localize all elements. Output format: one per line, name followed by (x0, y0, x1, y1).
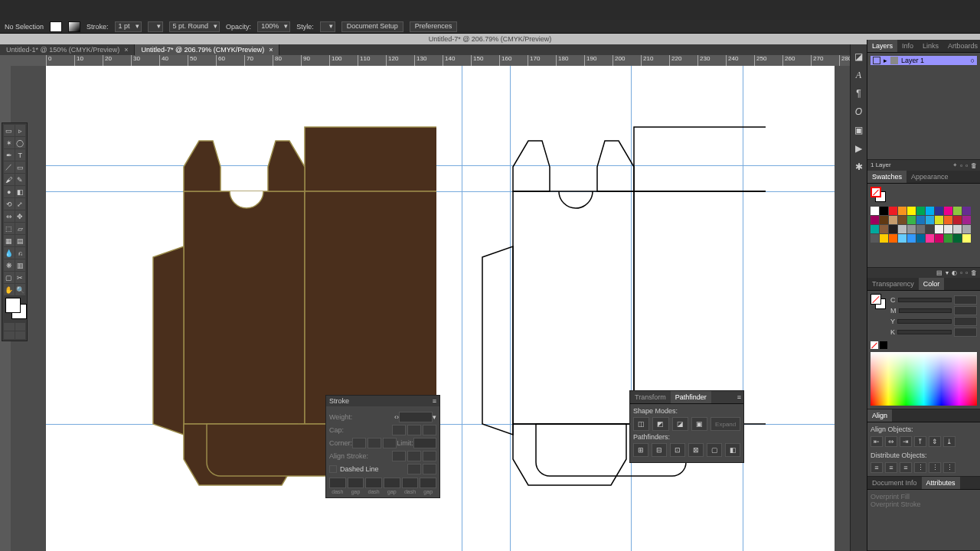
cap-square[interactable] (423, 425, 436, 435)
fill-swatch[interactable] (50, 21, 62, 32)
fill-stroke-swatch[interactable] (4, 296, 25, 322)
close-icon[interactable]: × (124, 46, 128, 54)
outline-icon[interactable]: ▢ (707, 443, 722, 457)
color-swatch[interactable] (916, 234, 925, 243)
color-swatch[interactable] (889, 234, 897, 243)
locate-icon[interactable]: ⌖ (953, 161, 957, 169)
gap-1[interactable] (348, 478, 364, 488)
align-center[interactable] (392, 451, 406, 461)
color-swatch[interactable] (926, 234, 934, 243)
overprint-fill-option[interactable]: Overprint Fill (871, 493, 977, 500)
color-swatch[interactable] (871, 234, 879, 243)
document-tab[interactable]: Untitled-1* @ 150% (CMYK/Preview)× (0, 44, 135, 55)
color-swatch[interactable] (962, 234, 971, 243)
color-swatch[interactable] (907, 207, 916, 215)
color-swatch[interactable] (871, 225, 879, 233)
dropdown-icon[interactable]: ▾ (433, 413, 436, 421)
color-swatch[interactable] (880, 216, 888, 224)
fill-stroke-mini[interactable] (871, 294, 887, 311)
color-swatch[interactable] (898, 225, 906, 233)
color-swatch[interactable] (916, 225, 925, 233)
merge-icon[interactable]: ⊡ (670, 443, 685, 457)
tab-layers[interactable]: Layers (867, 40, 897, 52)
hand-tool[interactable]: ✋ (4, 284, 15, 295)
width-tool[interactable]: ⇔ (4, 210, 15, 222)
tab-artboards[interactable]: Artboards (943, 40, 980, 52)
overprint-stroke-option[interactable]: Overprint Stroke (871, 500, 977, 508)
perspective-tool[interactable]: ▱ (15, 223, 26, 234)
screen-mode-2[interactable] (15, 331, 26, 339)
minus-back-icon[interactable]: ◧ (725, 443, 740, 457)
dist-bottom-icon[interactable]: ≡ (900, 462, 912, 473)
brush-tool[interactable]: 🖌 (4, 174, 15, 185)
minus-front-icon[interactable]: ◩ (652, 417, 668, 431)
tab-links[interactable]: Links (918, 40, 943, 52)
dist-left-icon[interactable]: ⋮ (914, 462, 926, 473)
color-swatch[interactable] (898, 207, 906, 215)
dash-align[interactable] (423, 464, 436, 474)
pen-tool[interactable]: ✒ (4, 149, 15, 161)
stroke-weight-dropdown[interactable]: 1 pt (115, 21, 142, 32)
tab-align[interactable]: Align (867, 409, 892, 422)
brush-dropdown[interactable]: 5 pt. Round (169, 21, 220, 32)
document-setup-button[interactable]: Document Setup (341, 21, 403, 32)
color-swatch[interactable] (944, 234, 952, 243)
color-mode[interactable] (4, 323, 15, 331)
color-swatch[interactable] (962, 216, 971, 224)
color-swatch[interactable] (935, 207, 943, 215)
color-swatch[interactable] (889, 207, 897, 215)
color-swatch[interactable] (953, 216, 962, 224)
visibility-icon[interactable] (873, 57, 880, 64)
align-right-icon[interactable]: ⇥ (900, 436, 912, 447)
transform-panel-icon[interactable]: ▣ (853, 124, 865, 136)
free-transform-tool[interactable]: ✥ (15, 210, 26, 222)
color-swatch[interactable] (944, 216, 952, 224)
color-swatch[interactable] (926, 216, 934, 224)
tab-transparency[interactable]: Transparency (867, 278, 919, 290)
color-swatch[interactable] (907, 216, 916, 224)
weight-input[interactable] (399, 412, 433, 422)
pencil-tool[interactable]: ✎ (15, 174, 26, 185)
color-swatch[interactable] (935, 225, 943, 233)
shape-builder-tool[interactable]: ⬚ (4, 223, 15, 234)
corner-miter[interactable] (352, 438, 366, 448)
color-swatch[interactable] (871, 207, 879, 215)
align-inside[interactable] (407, 451, 421, 461)
magic-wand-tool[interactable]: ✶ (4, 137, 15, 148)
color-swatch[interactable] (871, 216, 879, 224)
style-dropdown[interactable] (320, 21, 335, 32)
align-hcenter-icon[interactable]: ⇔ (885, 436, 897, 447)
align-left-icon[interactable]: ⇤ (871, 436, 883, 447)
delete-icon[interactable]: 🗑 (971, 269, 977, 276)
color-swatch[interactable] (898, 234, 906, 243)
document-tab[interactable]: Untitled-7* @ 206.79% (CMYK/Preview)× (135, 44, 279, 55)
pathfinder-panel[interactable]: Transform Pathfinder ≡ Shape Modes: ◫ ◩ … (629, 390, 744, 463)
panel-menu-icon[interactable]: ≡ (433, 397, 436, 405)
color-swatch[interactable] (916, 207, 925, 215)
screen-mode[interactable] (4, 331, 15, 339)
tab-document-info[interactable]: Document Info (867, 477, 922, 489)
slice-tool[interactable]: ✂ (15, 272, 26, 283)
align-bottom-icon[interactable]: ⤓ (943, 436, 956, 447)
new-swatch-icon[interactable]: ▫ (965, 269, 968, 276)
y-input[interactable] (954, 317, 977, 326)
color-swatch[interactable] (953, 207, 962, 215)
new-sublayer-icon[interactable]: ▫ (960, 162, 962, 169)
dist-hcenter-icon[interactable]: ⋮ (929, 462, 941, 473)
dash-preserve[interactable] (407, 464, 421, 474)
symbol-sprayer-tool[interactable]: ❋ (4, 259, 15, 271)
opentype-panel-icon[interactable]: O (853, 106, 865, 118)
gap-2[interactable] (384, 478, 400, 488)
delete-icon[interactable]: 🗑 (971, 162, 977, 169)
color-swatch[interactable] (944, 207, 952, 215)
tab-appearance[interactable]: Appearance (906, 171, 953, 183)
rotate-tool[interactable]: ⟲ (4, 198, 15, 210)
var-width-dropdown[interactable] (148, 21, 163, 32)
swatch-lib-icon[interactable]: ▤ (936, 269, 942, 276)
color-swatch[interactable] (962, 207, 971, 215)
cap-butt[interactable] (392, 425, 406, 435)
color-swatch[interactable] (880, 207, 888, 215)
expand-button[interactable]: Expand (710, 417, 740, 431)
fill-stroke-mini[interactable] (871, 187, 887, 204)
color-swatch[interactable] (944, 225, 952, 233)
